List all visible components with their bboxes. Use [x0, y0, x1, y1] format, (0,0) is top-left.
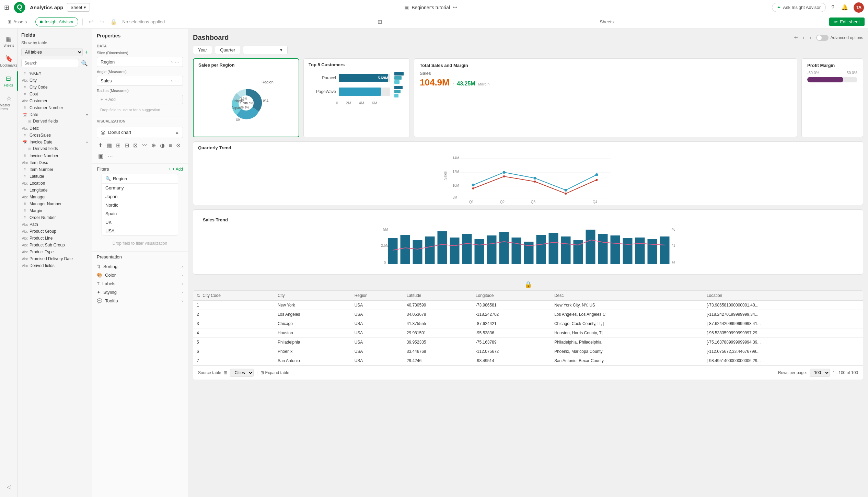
pres-color-row[interactable]: 🎨 Color ›: [97, 271, 183, 279]
field-product-line[interactable]: AbcProduct Line: [21, 235, 89, 242]
table-row[interactable]: 7San AntonioUSA29.4246-98.49514San Anton…: [193, 356, 863, 366]
field-desc[interactable]: AbcDesc: [21, 125, 89, 132]
viz-icon-combo[interactable]: ⊠: [132, 141, 139, 150]
add-radius-btn[interactable]: + + Add: [97, 95, 183, 104]
field-invoice-number[interactable]: #Invoice Number: [21, 152, 89, 159]
field-product-sub-group[interactable]: AbcProduct Sub Group: [21, 242, 89, 248]
derived-invoice-date-item[interactable]: ⊞Derived fields: [27, 146, 89, 152]
pres-styling-row[interactable]: ✦ Styling ›: [97, 288, 183, 297]
insight-advisor-btn[interactable]: Insight Advisor: [35, 17, 78, 26]
viz-icon-bar2[interactable]: ⊞: [115, 141, 122, 150]
source-table-select[interactable]: Cities: [230, 369, 254, 377]
field-item-desc[interactable]: AbcItem Desc: [21, 159, 89, 166]
field-margin[interactable]: #Margin: [21, 207, 89, 214]
col-city[interactable]: City: [274, 291, 351, 301]
field-manager-number[interactable]: #Manager Number: [21, 200, 89, 207]
sheets-btn[interactable]: Sheets: [595, 18, 618, 26]
search-input[interactable]: [21, 59, 79, 67]
donut-chart-row[interactable]: ◎ Donut chart ▲: [97, 127, 183, 138]
table-row[interactable]: 4HoustonUSA29.981501-95.53836Houston, Ha…: [193, 328, 863, 338]
pres-tooltip-row[interactable]: 💬 Tooltip ›: [97, 297, 183, 305]
expand-table-btn[interactable]: ⊞ Expand table: [261, 370, 289, 375]
field-promised-delivery[interactable]: AbcPromised Delivery Date: [21, 255, 89, 262]
field-city-code[interactable]: #City Code: [21, 84, 89, 91]
viz-icon-pie[interactable]: ◑: [159, 141, 166, 150]
quarter-filter-pill[interactable]: Quarter: [215, 46, 240, 54]
field-product-type[interactable]: AbcProduct Type: [21, 248, 89, 255]
viz-icon-table[interactable]: ≡: [167, 141, 173, 150]
field-date[interactable]: 📅Date▾: [21, 111, 89, 118]
derived-date-item[interactable]: ⊞Derived fields: [27, 118, 89, 124]
field-invoice-date[interactable]: 📅Invoice Date▾: [21, 139, 89, 146]
region-usa[interactable]: USA: [102, 227, 178, 235]
field-derived-fields[interactable]: AbcDerived fields: [21, 262, 89, 269]
viz-icon-treemap[interactable]: ▣: [97, 151, 105, 161]
table-row[interactable]: 1New YorkUSA40.730599-73.986581New York …: [193, 301, 863, 310]
viz-icon-line[interactable]: 〰: [140, 141, 149, 150]
region-uk[interactable]: UK: [102, 218, 178, 227]
ask-insight-btn[interactable]: ✦ Ask Insight Advisor: [772, 3, 826, 12]
rows-per-page-select[interactable]: 100: [810, 369, 830, 377]
dashboard-add-btn[interactable]: +: [794, 34, 798, 42]
viz-icon-bar[interactable]: ▦: [105, 141, 113, 150]
field-order-number[interactable]: #Order Number: [21, 214, 89, 221]
advanced-toggle[interactable]: [816, 35, 829, 41]
col-region[interactable]: Region: [351, 291, 403, 301]
region-spain[interactable]: Spain: [102, 209, 178, 218]
nav-dots[interactable]: •••: [453, 5, 458, 10]
field-path[interactable]: AbcPath: [21, 221, 89, 228]
viz-icon-cursor[interactable]: ⬆: [97, 141, 104, 150]
col-city-code[interactable]: ⇅ City Code: [193, 291, 274, 301]
viz-icon-scatter[interactable]: ⊕: [150, 141, 157, 150]
sidebar-tab-bookmarks[interactable]: 🔖 Bookmarks: [0, 51, 18, 71]
field-product-group[interactable]: AbcProduct Group: [21, 228, 89, 235]
field-gross-sales[interactable]: #GrossSales: [21, 132, 89, 139]
sidebar-tab-fields[interactable]: ⊟ Fields: [0, 71, 18, 91]
table-row[interactable]: 6PhoenixUSA33.446768-112.075672Phoenix, …: [193, 347, 863, 356]
viz-icon-pivot[interactable]: ⊗: [175, 141, 182, 150]
sidebar-collapse-btn[interactable]: ◁: [7, 484, 11, 494]
field-cost[interactable]: #Cost: [21, 91, 89, 97]
field-item-number[interactable]: #Item Number: [21, 166, 89, 173]
angle-sales-row[interactable]: Sales › ⋯: [97, 76, 183, 86]
grid-icon[interactable]: ⊞: [4, 4, 9, 11]
table-row[interactable]: 3ChicagoUSA41.875555-87.624421Chicago, C…: [193, 319, 863, 328]
field-manager[interactable]: AbcManager: [21, 194, 89, 200]
sidebar-tab-master[interactable]: ☆ Master items: [0, 91, 18, 114]
table-select[interactable]: All tables: [21, 48, 83, 56]
assets-btn[interactable]: ⊞ Assets: [3, 18, 31, 26]
region-nordic[interactable]: Nordic: [102, 201, 178, 209]
add-field-btn[interactable]: +: [84, 48, 89, 56]
field-location[interactable]: AbcLocation: [21, 180, 89, 187]
viz-icon-more[interactable]: ⋯: [106, 151, 114, 161]
search-btn[interactable]: 🔍: [80, 59, 89, 67]
avatar[interactable]: TA: [854, 2, 864, 13]
sidebar-tab-sheets[interactable]: ▦ Sheets: [0, 32, 18, 51]
sheet-selector[interactable]: Sheet ▾: [67, 3, 90, 12]
region-japan[interactable]: Japan: [102, 192, 178, 201]
dropdown-filter-pill[interactable]: ▾: [243, 46, 288, 54]
pres-labels-row[interactable]: T Labels ›: [97, 279, 183, 288]
collapse-viz-icon[interactable]: ▲: [175, 130, 179, 135]
region-germany[interactable]: Germany: [102, 184, 178, 192]
edit-sheet-btn[interactable]: ✏ Edit sheet: [829, 18, 865, 26]
add-filter-btn[interactable]: + + Add: [169, 167, 183, 172]
field-customer-number[interactable]: #Customer Number: [21, 104, 89, 111]
grid-view-btn[interactable]: ⊞: [375, 17, 384, 26]
field-latitude[interactable]: #Latitude: [21, 173, 89, 180]
field-longitude[interactable]: #Longitude: [21, 187, 89, 194]
col-location[interactable]: Location: [703, 291, 863, 301]
undo-btn[interactable]: ↩: [87, 17, 95, 26]
bell-btn[interactable]: 🔔: [840, 3, 849, 12]
lock-nav-btn[interactable]: 🔒: [108, 17, 119, 26]
table-row[interactable]: 2Los AngelesUSA34.053678-118.242702Los A…: [193, 310, 863, 319]
field-key[interactable]: #%KEY: [21, 70, 89, 77]
pres-sorting-row[interactable]: ⇅ Sorting ›: [97, 262, 183, 271]
prev-sheet-btn[interactable]: ‹: [801, 34, 807, 42]
field-customer[interactable]: AbcCustomer: [21, 97, 89, 104]
help-btn[interactable]: ?: [830, 3, 836, 12]
slice-region-row[interactable]: Region › ⋯: [97, 57, 183, 67]
col-longitude[interactable]: Longitude: [472, 291, 551, 301]
viz-icon-kpi[interactable]: ⊟: [123, 141, 130, 150]
col-desc[interactable]: Desc: [551, 291, 703, 301]
